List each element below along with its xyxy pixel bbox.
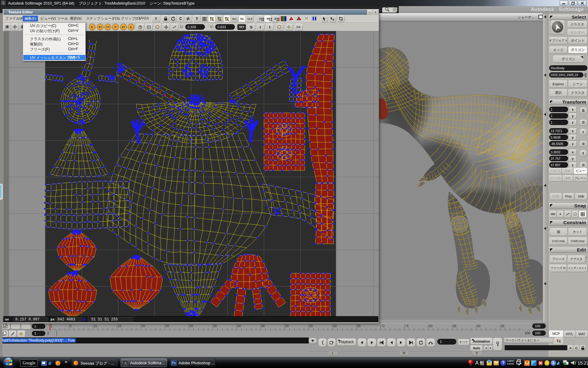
- svg-text:10: 10: [94, 324, 97, 328]
- svg-text:15: 15: [118, 324, 122, 328]
- svg-text:85: 85: [453, 324, 457, 328]
- svg-text:45: 45: [262, 324, 265, 328]
- svg-text:V: V: [212, 18, 213, 21]
- svg-text:25: 25: [166, 324, 169, 328]
- svg-text:30: 30: [190, 324, 193, 328]
- svg-text:70: 70: [381, 324, 385, 328]
- svg-text:1: 1: [51, 324, 53, 328]
- svg-text:90: 90: [477, 324, 481, 328]
- svg-text:75: 75: [405, 324, 409, 328]
- svg-text:80: 80: [429, 324, 433, 328]
- svg-text:20: 20: [142, 324, 145, 328]
- svg-text:40: 40: [238, 324, 241, 328]
- svg-text:60: 60: [333, 324, 337, 328]
- svg-text:5: 5: [70, 324, 72, 328]
- svg-text:65: 65: [357, 324, 361, 328]
- svg-text:55: 55: [309, 324, 313, 328]
- svg-text:P: P: [227, 18, 228, 21]
- svg-text:95: 95: [501, 324, 505, 328]
- svg-text:50: 50: [285, 324, 289, 328]
- svg-text:35: 35: [213, 324, 217, 328]
- svg-text:E: E: [219, 18, 221, 21]
